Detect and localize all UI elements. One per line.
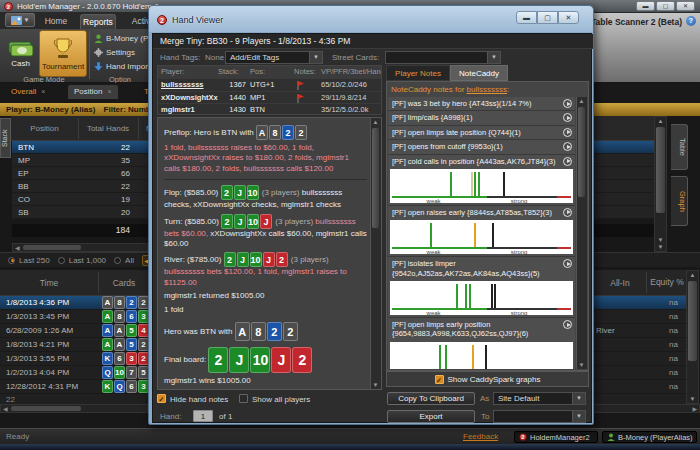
scroll-left-icon[interactable]: ◀ [3, 405, 8, 413]
note-item: [PF] limp/calls {A998}(1) [388, 111, 575, 125]
close-icon[interactable]: ✕ [558, 11, 579, 24]
hide-hand-notes-checkbox[interactable]: ✓ [157, 394, 166, 403]
note-text-row[interactable]: [PF] isolates limper {9542o,AJ52as,AK72a… [388, 257, 575, 280]
play-icon[interactable] [563, 99, 572, 108]
upper-hscrollbar[interactable]: ◀ [12, 243, 148, 252]
note-text-row[interactable]: [PF] opens from cutoff {9953o}(1) [388, 140, 575, 153]
history-scrollbar[interactable]: ▲ ▼ [370, 118, 381, 389]
cash-button[interactable]: Cash [3, 32, 38, 76]
tab-overall[interactable]: Overall× [5, 85, 51, 99]
column-cards[interactable]: Cards [100, 270, 148, 296]
hscroll-thumb[interactable] [11, 406, 81, 411]
vscroll-thumb[interactable] [372, 128, 379, 228]
play-icon[interactable] [563, 113, 572, 122]
close-tab-icon[interactable]: × [41, 88, 45, 95]
vscroll-thumb[interactable] [578, 107, 585, 197]
notes-header-player-link[interactable]: bullsssssss [467, 85, 507, 94]
note-text-row[interactable]: [PF] open limps late position {Q744}(1) [388, 126, 575, 139]
radio-last-250-label: Last 250 [19, 256, 50, 265]
hscroll-thumb[interactable] [23, 245, 81, 250]
column-time[interactable]: Time [0, 270, 98, 296]
player-row[interactable]: xXDownsightXx1440MP129/11/9.8/214 [158, 91, 381, 103]
scroll-down-icon[interactable]: ▼ [655, 237, 666, 243]
side-tab-table[interactable]: Table [671, 124, 688, 170]
hand-import-menu-item[interactable]: Hand Import [94, 60, 150, 72]
lower-hscrollbar-right[interactable]: ▶ [592, 404, 700, 413]
scroll-right-icon[interactable]: ▶ [692, 405, 697, 413]
play-icon[interactable] [563, 259, 572, 268]
play-icon[interactable] [563, 208, 572, 217]
note-text-row[interactable]: [PF] open limps early position {9654,988… [388, 318, 575, 341]
chevron-down-icon[interactable]: ▼ [487, 52, 500, 63]
chevron-down-icon[interactable]: ▼ [572, 411, 585, 422]
tab-home[interactable]: Home [42, 14, 70, 29]
scroll-up-icon[interactable]: ▲ [655, 118, 666, 124]
tab-notecaddy[interactable]: NoteCaddy [450, 65, 508, 81]
app-menu-button[interactable]: ▼ [5, 13, 35, 27]
column-total-hands[interactable]: Total Hands [79, 116, 137, 141]
column-all-in[interactable]: All-In [594, 270, 646, 296]
scroll-down-icon[interactable]: ▼ [687, 396, 698, 402]
player-position: MP1 [250, 92, 286, 104]
note-text-row[interactable]: [PF] open raises early {8844ss,AT85as,T8… [388, 206, 575, 219]
scroll-down-icon[interactable]: ▼ [577, 362, 586, 368]
scroll-up-icon[interactable]: ▲ [577, 98, 586, 104]
scroll-down-icon[interactable]: ▼ [655, 244, 666, 250]
upper-vscrollbar[interactable]: ▲ ▼ ▼ [654, 116, 667, 252]
minimize-icon[interactable]: ▬ [516, 11, 537, 24]
scroll-up-icon[interactable]: ▲ [687, 272, 698, 278]
play-icon[interactable] [563, 157, 572, 166]
maximize-icon[interactable]: ▢ [656, 1, 675, 11]
maximize-icon[interactable]: ▢ [537, 11, 558, 24]
player-name-link[interactable]: mglmstr1 [161, 104, 219, 116]
radio-all[interactable] [114, 257, 121, 264]
close-icon[interactable]: ✕ [676, 1, 695, 11]
export-button[interactable]: Export [387, 410, 475, 423]
radio-last-250[interactable] [8, 257, 15, 264]
play-icon[interactable] [563, 142, 572, 151]
minimize-icon[interactable]: ▬ [636, 1, 655, 11]
player-name-link[interactable]: xXDownsightXx [161, 92, 219, 104]
show-all-players-checkbox[interactable] [239, 394, 248, 403]
street-cards-dropdown[interactable]: ▼ [385, 51, 501, 64]
note-text-row[interactable]: [PF] cold calls in position {A443as,AK76… [388, 155, 575, 168]
note-text-row[interactable]: [PF] was 3 bet by hero {AT43ss}(1/14 7%) [388, 97, 575, 110]
column-position[interactable]: Position [12, 116, 77, 141]
close-tab-icon[interactable]: × [107, 88, 111, 95]
hand-number-field[interactable]: 1 [193, 410, 213, 422]
play-icon[interactable] [563, 320, 572, 329]
tab-reports[interactable]: Reports [80, 14, 116, 29]
column-equity[interactable]: Equity % [648, 270, 686, 296]
lower-hscrollbar-left[interactable]: ◀ [0, 404, 148, 413]
settings-menu-item[interactable]: Settings [94, 46, 135, 58]
show-caddyspark-checkbox[interactable]: ✓ [435, 375, 444, 384]
tournament-button[interactable]: Tournament [39, 30, 87, 77]
note-text-row[interactable]: [PF] limp/calls {A998}(1) [388, 111, 575, 124]
chevron-down-icon[interactable]: ▼ [572, 393, 585, 404]
export-target-dropdown[interactable]: ▼ [493, 410, 586, 423]
feedback-link[interactable]: Feedback [463, 432, 498, 441]
scroll-down-icon[interactable]: ▼ [371, 382, 380, 388]
tags-dropdown[interactable]: Add/Edit Tags ▼ [225, 51, 323, 64]
scroll-up-icon[interactable]: ▲ [371, 119, 380, 125]
tab-position[interactable]: Position× [68, 85, 118, 99]
vscroll-thumb[interactable] [656, 127, 665, 213]
help-icon[interactable]: ? [686, 16, 696, 26]
vscroll-thumb[interactable] [688, 281, 697, 361]
tab-player-notes[interactable]: Player Notes [386, 65, 450, 81]
radio-last-1000[interactable] [58, 257, 65, 264]
notes-scrollbar[interactable]: ▲ ▼ [576, 97, 587, 369]
player-row[interactable]: mglmstr11430BTN35/12/5.0/2.0k [158, 103, 381, 115]
lower-vscrollbar[interactable]: ▲ ▼ [686, 270, 699, 404]
taskbar-user-button[interactable]: B-Money (PlayerAlias) [602, 431, 697, 443]
player-row[interactable]: bullsssssss1367UTG+165/10/2.0/246 [158, 78, 381, 90]
player-name-link[interactable]: bullsssssss [161, 79, 219, 91]
scroll-left-icon[interactable]: ◀ [15, 244, 20, 252]
copy-format-dropdown[interactable]: Site Default ▼ [493, 392, 586, 405]
user-menu-item[interactable]: B-Money (Pl [94, 32, 150, 44]
play-icon[interactable] [563, 128, 572, 137]
copy-to-clipboard-button[interactable]: Copy To Clipboard [387, 392, 475, 405]
side-tab-graph[interactable]: Graph [671, 176, 688, 226]
taskbar-app-button[interactable]: 2 HoldemManager2 [514, 431, 598, 443]
chevron-down-icon[interactable]: ▼ [309, 52, 322, 63]
